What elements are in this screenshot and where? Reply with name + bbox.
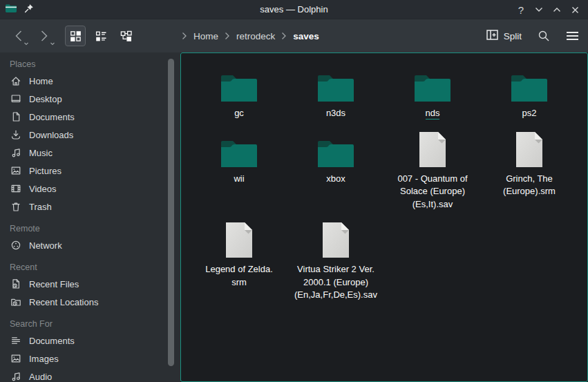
- file-item-grinch-the[interactable]: Grinch, The (Europe).srm: [481, 131, 578, 211]
- sidebar-item-label: Recent Locations: [29, 297, 98, 307]
- folder-item-nds[interactable]: nds: [384, 66, 481, 120]
- item-label: gc: [234, 107, 244, 120]
- breadcrumb-chevron-icon: [281, 32, 287, 40]
- close-button[interactable]: [566, 1, 584, 18]
- forward-button[interactable]: [35, 26, 54, 46]
- split-button[interactable]: Split: [486, 30, 522, 42]
- breadcrumb-item-home[interactable]: Home: [193, 31, 218, 41]
- item-label: wii: [234, 173, 244, 186]
- folder-item-gc[interactable]: gc: [191, 66, 287, 120]
- network-icon: [10, 240, 21, 251]
- home-icon: [10, 75, 21, 86]
- dolphin-window: saves — Dolphin ?: [0, 0, 588, 382]
- sidebar-item-pictures[interactable]: Pictures: [0, 162, 180, 180]
- sidebar-item-recent-locations[interactable]: Recent Locations: [0, 293, 180, 311]
- item-label: Grinch, The (Europe).srm: [503, 173, 556, 198]
- file-icon: [225, 222, 253, 258]
- folder-item-n3ds[interactable]: n3ds: [287, 66, 384, 120]
- sidebar-item-label: Audio: [29, 372, 52, 382]
- folder-view[interactable]: gc n3ds nds ps2 wii xbox 007 - Quantum o…: [180, 52, 588, 382]
- sidebar-scrollbar[interactable]: [168, 59, 174, 366]
- recent-files-icon: [10, 278, 21, 289]
- breadcrumb-item-retrodeck[interactable]: retrodeck: [236, 31, 275, 41]
- sidebar-section-search-for: Search ForDocumentsImagesAudio: [0, 316, 180, 382]
- section-header: Recent: [0, 260, 180, 275]
- sidebar-item-label: Recent Files: [29, 279, 79, 289]
- folder-icon: [317, 131, 354, 168]
- file-icon: [322, 222, 350, 258]
- sidebar-item-audio[interactable]: Audio: [0, 367, 180, 382]
- icons-view-button[interactable]: [65, 26, 86, 46]
- file-item-legend-of-zelda[interactable]: Legend of Zelda. srm: [191, 222, 287, 302]
- sidebar-item-desktop[interactable]: Desktop: [0, 90, 180, 108]
- titlebar: saves — Dolphin ?: [0, 0, 588, 19]
- recent-locations-icon: [10, 296, 21, 307]
- search-button[interactable]: [538, 30, 550, 42]
- sidebar-section-remote: RemoteNetwork: [0, 221, 180, 254]
- folder-item-ps2[interactable]: ps2: [481, 66, 578, 120]
- folder-item-xbox[interactable]: xbox: [287, 131, 384, 211]
- split-label: Split: [504, 31, 522, 41]
- folder-icon: [511, 66, 548, 102]
- places-panel: PlacesHomeDesktopDocumentsDownloadsMusic…: [0, 52, 180, 382]
- breadcrumb-chevron-icon: [225, 32, 230, 40]
- folder-item-wii[interactable]: wii: [191, 131, 287, 211]
- sidebar-item-documents[interactable]: Documents: [0, 332, 180, 350]
- sidebar-item-documents[interactable]: Documents: [0, 108, 180, 126]
- file-item-virtua-striker-2-ver[interactable]: Virtua Striker 2 Ver. 2000.1 (Europe) (E…: [287, 222, 384, 302]
- audio-icon: [10, 371, 21, 382]
- music-icon: [10, 147, 21, 158]
- sidebar-item-label: Downloads: [29, 130, 73, 140]
- menu-button[interactable]: [566, 31, 579, 41]
- section-header: Remote: [0, 221, 180, 236]
- app-folder-icon: [5, 3, 17, 15]
- sidebar-item-videos[interactable]: Videos: [0, 180, 180, 198]
- sidebar-item-trash[interactable]: Trash: [0, 198, 180, 216]
- item-label: Virtua Striker 2 Ver. 2000.1 (Europe) (E…: [294, 263, 377, 302]
- pin-icon[interactable]: [24, 3, 34, 15]
- sidebar-item-home[interactable]: Home: [0, 72, 180, 90]
- sidebar-item-label: Music: [29, 148, 53, 158]
- details-view-button[interactable]: [91, 26, 111, 46]
- file-icon: [515, 131, 543, 168]
- sidebar-item-downloads[interactable]: Downloads: [0, 126, 180, 144]
- images-icon: [10, 353, 21, 364]
- breadcrumb-chevron-icon: [182, 32, 187, 40]
- sidebar-item-label: Desktop: [29, 94, 62, 104]
- sidebar-item-label: Documents: [29, 336, 75, 346]
- maximize-button[interactable]: [548, 1, 566, 18]
- window-title: saves — Dolphin: [260, 0, 328, 19]
- breadcrumb-item-saves[interactable]: saves: [293, 31, 319, 41]
- sidebar-item-recent-files[interactable]: Recent Files: [0, 275, 180, 293]
- minimize-button[interactable]: [530, 1, 548, 18]
- sidebar-item-label: Home: [29, 76, 53, 86]
- sidebar-item-label: Images: [29, 354, 59, 364]
- sidebar-item-network[interactable]: Network: [0, 236, 180, 254]
- sidebar-item-music[interactable]: Music: [0, 144, 180, 162]
- sidebar-item-images[interactable]: Images: [0, 350, 180, 367]
- help-button[interactable]: ?: [512, 1, 530, 18]
- videos-icon: [10, 183, 21, 194]
- section-header: Search For: [0, 316, 180, 332]
- file-item-007-quantum-of[interactable]: 007 - Quantum of Solace (Europe) (Es,It)…: [384, 131, 481, 211]
- item-label: Legend of Zelda. srm: [205, 263, 273, 289]
- section-header: Places: [0, 57, 180, 72]
- folder-icon: [220, 131, 258, 168]
- tree-view-button[interactable]: [116, 26, 137, 46]
- sidebar-item-label: Network: [29, 240, 62, 251]
- downloads-icon: [10, 129, 21, 140]
- back-button[interactable]: [8, 26, 28, 46]
- folder-icon: [414, 66, 451, 102]
- document-icon: [10, 111, 21, 122]
- item-label: ps2: [522, 107, 537, 120]
- doc-lines-icon: [10, 335, 21, 346]
- pictures-icon: [10, 165, 21, 176]
- sidebar-item-label: Trash: [29, 202, 52, 212]
- breadcrumb: Homeretrodecksaves: [182, 19, 319, 52]
- trash-icon: [10, 201, 21, 212]
- desktop-icon: [10, 93, 21, 104]
- item-label: nds: [426, 107, 440, 120]
- view-mode-group: [65, 26, 137, 46]
- item-label: 007 - Quantum of Solace (Europe) (Es,It)…: [397, 173, 467, 211]
- toolbar: Homeretrodecksaves Split: [0, 19, 588, 52]
